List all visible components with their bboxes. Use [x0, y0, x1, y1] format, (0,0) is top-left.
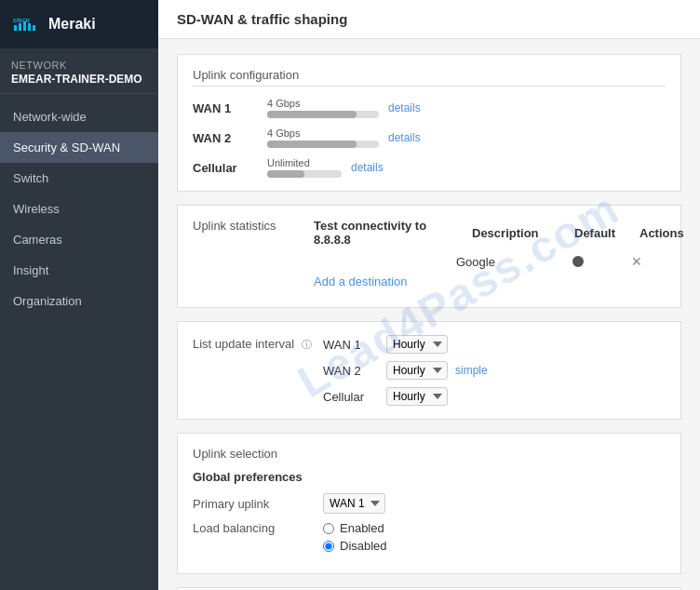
load-balancing-row: Load balancing Enabled Disabled — [193, 521, 666, 553]
load-balancing-label: Load balancing — [193, 521, 314, 535]
svg-rect-3 — [19, 23, 21, 31]
add-destination-link[interactable]: Add a destination — [314, 275, 666, 288]
col-actions-label: Actions — [639, 226, 684, 240]
list-update-wan2-label: WAN 2 — [323, 364, 379, 378]
load-balancing-disabled-option[interactable]: Disabled — [323, 539, 387, 553]
uplink-stats-section: Uplink statistics Test connectivity to 8… — [177, 205, 681, 308]
cisco-logo-icon: cisco — [11, 9, 41, 39]
list-update-row: List update interval ⓘ WAN 1 Hourly Dail… — [193, 335, 666, 406]
stats-section-label: Uplink statistics — [193, 219, 314, 233]
uplink-config-section: Uplink configuration WAN 1 4 Gbps detail… — [177, 54, 681, 192]
sidebar-item-switch[interactable]: Switch — [0, 163, 158, 194]
col-test-header: Test connectivity to 8.8.8.8 — [314, 219, 472, 247]
load-balancing-disabled-label: Disabled — [340, 539, 387, 553]
sidebar: cisco Meraki NETWORK EMEAR-TRAINER-DEMO … — [0, 0, 158, 590]
info-icon: ⓘ — [302, 339, 312, 350]
wan2-slider-container: 4 Gbps — [267, 127, 379, 148]
simple-link[interactable]: simple — [455, 364, 488, 377]
wan1-slider-fill — [267, 111, 357, 118]
list-update-cellular-select[interactable]: Hourly Daily Weekly — [386, 387, 448, 406]
wan2-row: WAN 2 4 Gbps details — [193, 127, 666, 148]
col-test-ip: 8.8.8.8 — [314, 233, 351, 247]
wan1-slider[interactable] — [267, 111, 379, 118]
wan2-slider-fill — [267, 141, 357, 148]
col-desc-header: Description — [472, 226, 574, 240]
stats-header-row: Uplink statistics Test connectivity to 8… — [193, 219, 666, 247]
list-update-wan1-label: WAN 1 — [323, 338, 379, 352]
wan2-label: WAN 2 — [193, 131, 258, 145]
cellular-label: Cellular — [193, 161, 258, 175]
stats-cols: Test connectivity to 8.8.8.8 Description… — [314, 219, 700, 247]
main-body: Uplink configuration WAN 1 4 Gbps detail… — [158, 39, 700, 590]
load-balancing-enabled-label: Enabled — [340, 521, 384, 535]
list-update-wan2-item: WAN 2 Hourly Daily Weekly simple — [323, 361, 488, 380]
list-update-label-text: List update interval — [193, 337, 294, 351]
wan1-value: 4 Gbps — [267, 98, 379, 109]
col-default-header: Default — [574, 226, 639, 240]
wan1-label: WAN 1 — [193, 101, 258, 115]
svg-rect-2 — [14, 25, 17, 31]
load-balancing-enabled-option[interactable]: Enabled — [323, 521, 387, 535]
cellular-details-link[interactable]: details — [351, 161, 384, 174]
cellular-value: Unlimited — [267, 157, 342, 168]
stats-data-row: Google ✕ — [314, 254, 666, 269]
default-radio[interactable] — [548, 256, 607, 267]
delete-icon[interactable]: ✕ — [631, 254, 642, 269]
cellular-slider[interactable] — [267, 170, 342, 178]
col-default-label: Default — [574, 226, 615, 240]
sidebar-item-wireless[interactable]: Wireless — [0, 194, 158, 224]
network-name: EMEAR-TRAINER-DEMO — [11, 73, 147, 86]
load-balancing-radio-group: Enabled Disabled — [323, 521, 387, 553]
sidebar-item-insight[interactable]: Insight — [0, 255, 158, 286]
sidebar-network: NETWORK EMEAR-TRAINER-DEMO — [0, 48, 158, 94]
wan1-row: WAN 1 4 Gbps details — [193, 98, 666, 118]
col-test-label: Test connectivity to — [314, 219, 426, 233]
wan2-details-link[interactable]: details — [388, 131, 421, 144]
list-update-items: WAN 1 Hourly Daily Weekly WAN 2 Hourly D… — [323, 335, 488, 406]
list-update-cellular-item: Cellular Hourly Daily Weekly — [323, 387, 488, 406]
sidebar-item-network-wide[interactable]: Network-wide — [0, 101, 158, 132]
uplink-config-title: Uplink configuration — [193, 68, 666, 87]
svg-rect-5 — [28, 23, 31, 31]
sidebar-item-cameras[interactable]: Cameras — [0, 224, 158, 255]
sidebar-item-organization[interactable]: Organization — [0, 286, 158, 316]
list-update-wan2-select[interactable]: Hourly Daily Weekly — [386, 361, 448, 380]
list-update-wan1-select[interactable]: Hourly Daily Weekly — [386, 335, 448, 354]
load-balancing-enabled-radio[interactable] — [323, 523, 334, 534]
network-label: NETWORK — [11, 60, 147, 71]
wan2-slider[interactable] — [267, 141, 379, 148]
uplink-selection-subtitle: Uplink selection — [193, 447, 666, 461]
actions-delete[interactable]: ✕ — [607, 254, 666, 269]
page-title: SD-WAN & traffic shaping — [158, 0, 700, 39]
svg-text:cisco: cisco — [13, 17, 30, 23]
cellular-slider-container: Unlimited — [267, 157, 342, 178]
primary-uplink-row: Primary uplink WAN 1 WAN 2 Cellular — [193, 493, 666, 514]
wan1-details-link[interactable]: details — [388, 101, 421, 114]
uplink-selection-section: Uplink selection Global preferences Prim… — [177, 433, 681, 574]
radio-dot-icon — [572, 256, 584, 267]
wan1-slider-container: 4 Gbps — [267, 98, 379, 118]
list-update-label: List update interval ⓘ — [193, 335, 314, 352]
list-update-section: List update interval ⓘ WAN 1 Hourly Dail… — [177, 321, 681, 420]
list-update-wan1-item: WAN 1 Hourly Daily Weekly — [323, 335, 488, 354]
cellular-slider-fill — [267, 170, 304, 178]
list-update-cellular-label: Cellular — [323, 390, 379, 404]
global-prefs-title: Global preferences — [193, 470, 666, 484]
svg-rect-4 — [23, 21, 26, 31]
primary-uplink-label: Primary uplink — [193, 497, 314, 511]
load-balancing-disabled-radio[interactable] — [323, 541, 334, 552]
sidebar-logo: cisco Meraki — [0, 0, 158, 48]
primary-uplink-select[interactable]: WAN 1 WAN 2 Cellular — [323, 493, 385, 514]
desc-value: Google — [456, 255, 548, 269]
sidebar-nav: Network-wide Security & SD-WAN Switch Wi… — [0, 94, 158, 316]
app-title: Meraki — [48, 16, 96, 33]
col-desc-label: Description — [472, 226, 539, 240]
col-actions-header: Actions — [639, 226, 700, 240]
main-content: SD-WAN & traffic shaping Uplink configur… — [158, 0, 700, 590]
cellular-row: Cellular Unlimited details — [193, 157, 666, 178]
svg-rect-6 — [33, 25, 35, 31]
wan2-value: 4 Gbps — [267, 127, 379, 139]
sidebar-item-security-sd-wan[interactable]: Security & SD-WAN — [0, 132, 158, 163]
